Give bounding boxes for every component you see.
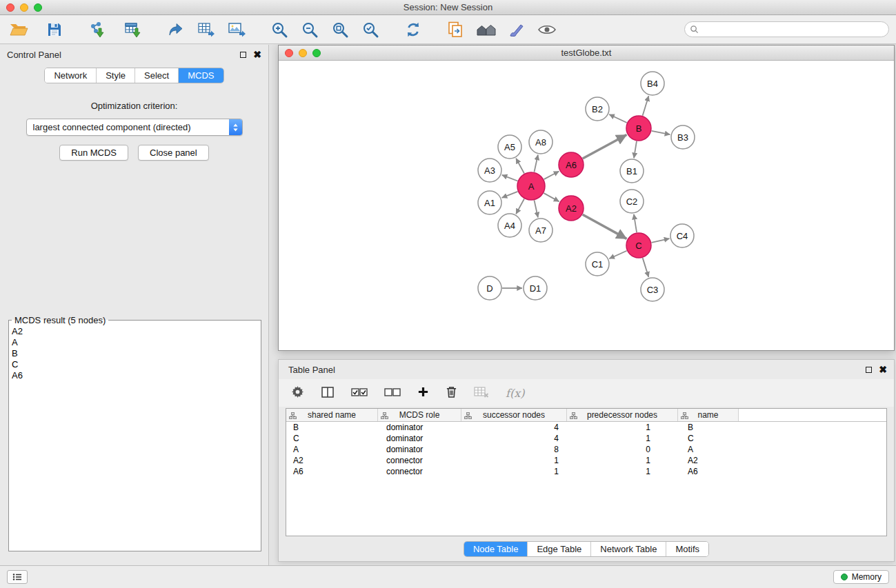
float-table-panel-icon[interactable] <box>866 367 872 373</box>
zoom-selected-icon[interactable] <box>360 19 381 41</box>
node-A[interactable]: A <box>517 172 545 200</box>
table-cell[interactable]: 1 <box>567 467 678 476</box>
column-visibility-icon[interactable] <box>321 386 335 401</box>
network-minimize-button[interactable] <box>299 49 307 57</box>
mcds-result-item[interactable]: A2 <box>12 326 258 337</box>
table-row[interactable]: Cdominator41C <box>286 433 886 444</box>
table-cell[interactable]: A6 <box>678 467 739 476</box>
close-panel-button[interactable]: Close panel <box>138 145 209 161</box>
node-C3[interactable]: C3 <box>641 278 664 301</box>
table-row[interactable]: A6connector11A6 <box>286 466 886 477</box>
node-A3[interactable]: A3 <box>478 159 501 182</box>
edge-C-C4[interactable] <box>652 239 670 243</box>
tab-mcds[interactable]: MCDS <box>179 68 223 83</box>
export-network-icon[interactable] <box>166 19 186 41</box>
zoom-out-icon[interactable] <box>299 19 320 41</box>
export-image-icon[interactable] <box>226 19 247 41</box>
node-B4[interactable]: B4 <box>641 72 664 95</box>
mcds-result-item[interactable]: B <box>12 348 258 359</box>
save-session-icon[interactable] <box>44 19 65 41</box>
network-close-button[interactable] <box>285 49 293 57</box>
table-cell[interactable]: 8 <box>461 445 567 454</box>
task-history-button[interactable] <box>7 570 28 584</box>
table-cell[interactable]: B <box>678 423 739 432</box>
node-A1[interactable]: A1 <box>478 191 501 214</box>
node-A2[interactable]: A2 <box>559 196 584 221</box>
import-table-icon[interactable] <box>123 19 143 41</box>
table-cell[interactable]: 1 <box>567 434 678 443</box>
zoom-in-icon[interactable] <box>269 19 290 41</box>
table-cell[interactable]: C <box>678 434 739 443</box>
mcds-result-item[interactable]: A <box>12 337 258 348</box>
edge-A-A2[interactable] <box>544 193 559 201</box>
edge-C-C3[interactable] <box>643 258 649 277</box>
table-tab-edge-table[interactable]: Edge Table <box>528 542 591 556</box>
mcds-result-item[interactable]: A6 <box>12 370 258 381</box>
tab-network[interactable]: Network <box>45 68 97 83</box>
table-tab-node-table[interactable]: Node Table <box>464 542 528 556</box>
node-B[interactable]: B <box>626 116 651 141</box>
node-B1[interactable]: B1 <box>620 159 644 183</box>
zoom-fit-icon[interactable] <box>330 19 350 41</box>
export-table-icon[interactable] <box>196 19 217 41</box>
minimize-button[interactable] <box>20 3 28 12</box>
table-cell[interactable]: A2 <box>286 456 378 465</box>
table-row[interactable]: A2connector11A2 <box>286 455 886 466</box>
table-cell[interactable]: 4 <box>461 423 567 432</box>
table-cell[interactable]: dominator <box>378 445 461 454</box>
table-row[interactable]: Adominator80A <box>286 444 886 455</box>
node-A6[interactable]: A6 <box>559 152 584 177</box>
node-A5[interactable]: A5 <box>498 135 521 159</box>
edge-A-A8[interactable] <box>534 155 537 172</box>
delete-row-icon[interactable] <box>446 385 457 401</box>
network-canvas[interactable]: B4B2BB3A5A8A6A3B1AC2A1A2A4A7CC4C1C3DD1 <box>279 61 894 350</box>
select-all-icon[interactable] <box>351 387 368 399</box>
edge-B-B3[interactable] <box>652 131 670 134</box>
run-mcds-button[interactable]: Run MCDS <box>59 145 128 161</box>
node-D1[interactable]: D1 <box>524 276 547 300</box>
table-cell[interactable]: A <box>286 445 378 454</box>
table-cell[interactable]: dominator <box>378 423 461 432</box>
node-C4[interactable]: C4 <box>670 224 694 247</box>
node-D[interactable]: D <box>478 276 501 300</box>
node-B2[interactable]: B2 <box>586 97 609 121</box>
table-cell[interactable]: dominator <box>378 434 461 443</box>
table-cell[interactable]: 0 <box>567 445 678 454</box>
node-B3[interactable]: B3 <box>671 125 695 149</box>
refresh-icon[interactable] <box>403 19 424 41</box>
column-header-shared-name[interactable]: shared name <box>286 409 378 421</box>
table-row[interactable]: Bdominator41B <box>286 422 886 433</box>
node-A8[interactable]: A8 <box>529 130 552 154</box>
node-C1[interactable]: C1 <box>586 252 609 276</box>
table-cell[interactable]: C <box>286 434 378 443</box>
tab-select[interactable]: Select <box>135 68 179 83</box>
node-A7[interactable]: A7 <box>529 219 552 242</box>
table-cell[interactable]: A <box>678 445 739 454</box>
zoom-button[interactable] <box>34 3 42 12</box>
edge-A-A1[interactable] <box>502 192 518 198</box>
table-cell[interactable]: B <box>286 423 378 432</box>
table-cell[interactable]: A6 <box>286 467 378 476</box>
edge-A-A4[interactable] <box>516 199 524 214</box>
memory-button[interactable]: Memory <box>833 570 889 584</box>
search-input[interactable] <box>684 21 889 37</box>
table-cell[interactable]: 1 <box>567 456 678 465</box>
table-cell[interactable]: 1 <box>567 423 678 432</box>
table-cell[interactable]: 1 <box>461 467 567 476</box>
table-cell[interactable]: connector <box>378 467 461 476</box>
home-icon[interactable] <box>476 19 497 41</box>
edge-A-A3[interactable] <box>502 175 518 181</box>
column-header-predecessor-nodes[interactable]: predecessor nodes <box>567 409 678 421</box>
column-header-successor-nodes[interactable]: successor nodes <box>461 409 567 421</box>
first-neighbors-icon[interactable] <box>446 19 466 41</box>
edge-A2-C[interactable] <box>583 214 627 239</box>
node-A4[interactable]: A4 <box>498 214 521 237</box>
open-session-icon[interactable] <box>8 19 29 41</box>
function-builder-icon[interactable]: f(x) <box>506 387 524 400</box>
mcds-result-item[interactable]: C <box>12 359 258 370</box>
float-panel-icon[interactable] <box>240 52 246 58</box>
edge-A-A7[interactable] <box>534 201 537 218</box>
edge-B-B1[interactable] <box>634 141 637 158</box>
edge-B-B2[interactable] <box>609 114 627 123</box>
edge-A-A5[interactable] <box>516 159 524 174</box>
